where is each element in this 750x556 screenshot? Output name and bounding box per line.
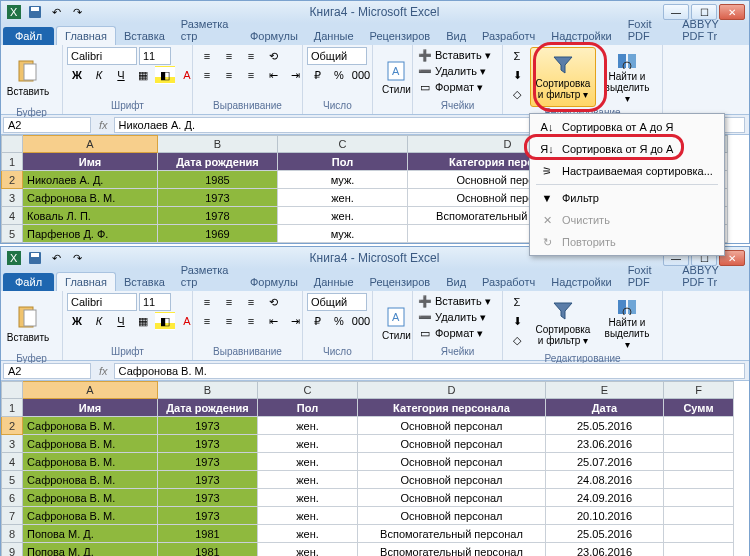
cell[interactable]: жен. — [258, 525, 358, 543]
save-icon[interactable] — [26, 249, 44, 267]
currency[interactable]: ₽ — [307, 66, 327, 84]
bold-button[interactable]: Ж — [67, 312, 87, 330]
cell[interactable] — [664, 489, 734, 507]
menu-custom-sort[interactable]: ⚞Настраиваемая сортировка... — [532, 160, 722, 182]
cell[interactable]: Попова М. Д. — [23, 525, 158, 543]
cell[interactable] — [664, 507, 734, 525]
tab-file[interactable]: Файл — [3, 273, 54, 291]
cell[interactable]: 1973 — [158, 417, 258, 435]
select-all[interactable] — [1, 381, 23, 399]
row-hdr[interactable]: 8 — [1, 525, 23, 543]
tab-home[interactable]: Главная — [56, 26, 116, 45]
tab-layout[interactable]: Разметка стр — [173, 261, 242, 291]
cell[interactable]: 23.06.2016 — [546, 435, 664, 453]
find-button[interactable]: Найти и выделить ▾ — [599, 293, 655, 353]
row-1[interactable]: 1 — [1, 153, 23, 171]
align-center[interactable]: ≡ — [219, 66, 239, 84]
cell[interactable]: жен. — [278, 207, 408, 225]
select-all[interactable] — [1, 135, 23, 153]
fx-icon[interactable]: fx — [93, 365, 114, 377]
cell[interactable] — [664, 543, 734, 556]
tab-abbyy[interactable]: ABBYY PDF Tr — [674, 15, 749, 45]
row-hdr[interactable]: 5 — [1, 471, 23, 489]
cell[interactable]: Основной персонал — [358, 489, 546, 507]
tab-formulas[interactable]: Формулы — [242, 273, 306, 291]
cell[interactable]: жен. — [258, 471, 358, 489]
cell[interactable]: жен. — [258, 417, 358, 435]
fill-color-button[interactable]: ◧ — [155, 66, 175, 84]
cell[interactable]: Основной персонал — [358, 507, 546, 525]
menu-filter[interactable]: ▼Фильтр — [532, 187, 722, 209]
cell[interactable]: 25.05.2016 — [546, 417, 664, 435]
cell[interactable]: 24.08.2016 — [546, 471, 664, 489]
align-left[interactable]: ≡ — [197, 66, 217, 84]
orientation[interactable]: ⟲ — [263, 47, 283, 65]
cell[interactable] — [664, 453, 734, 471]
font-size[interactable]: 11 — [139, 47, 171, 65]
bold-button[interactable]: Ж — [67, 66, 87, 84]
tab-abbyy[interactable]: ABBYY PDF Tr — [674, 261, 749, 291]
delete-cells[interactable]: ➖Удалить ▾ — [417, 63, 486, 79]
cell[interactable]: Николаев А. Д. — [23, 171, 158, 189]
cell[interactable] — [664, 435, 734, 453]
name-box[interactable]: A2 — [3, 117, 91, 133]
cell[interactable]: Вспомогательный персонал — [358, 543, 546, 556]
cell[interactable] — [664, 525, 734, 543]
tab-addins[interactable]: Надстройки — [543, 273, 619, 291]
row-hdr[interactable]: 6 — [1, 489, 23, 507]
cell[interactable]: жен. — [278, 189, 408, 207]
row-hdr[interactable]: 9 — [1, 543, 23, 556]
percent[interactable]: % — [329, 66, 349, 84]
cell[interactable]: 1969 — [158, 225, 278, 243]
cell[interactable]: 1985 — [158, 171, 278, 189]
paste-button[interactable]: Вставить — [5, 47, 51, 107]
redo-icon[interactable]: ↷ — [68, 3, 86, 21]
cell[interactable]: 20.10.2016 — [546, 507, 664, 525]
cell[interactable]: 1973 — [158, 453, 258, 471]
cell[interactable]: 1973 — [158, 435, 258, 453]
worksheet[interactable]: A B C D E F 1 Имя Дата рождения Пол Кате… — [1, 381, 749, 556]
fx-icon[interactable]: fx — [93, 119, 114, 131]
undo-icon[interactable]: ↶ — [47, 3, 65, 21]
align-top[interactable]: ≡ — [197, 47, 217, 65]
undo-icon[interactable]: ↶ — [47, 249, 65, 267]
cell[interactable]: Сафронова В. М. — [23, 435, 158, 453]
cell[interactable]: 1973 — [158, 189, 278, 207]
styles-button[interactable]: AСтили — [377, 293, 416, 353]
delete-cells[interactable]: ➖Удалить ▾ — [417, 309, 486, 325]
col-C[interactable]: C — [278, 135, 408, 153]
indent-inc[interactable]: ⇥ — [285, 66, 305, 84]
name-box[interactable]: A2 — [3, 363, 91, 379]
cell[interactable]: 1981 — [158, 543, 258, 556]
find-button[interactable]: Найти и выделить ▾ — [599, 47, 655, 107]
tab-view[interactable]: Вид — [438, 273, 474, 291]
cell[interactable]: 25.07.2016 — [546, 453, 664, 471]
paste-button[interactable]: Вставить — [5, 293, 51, 353]
align-right[interactable]: ≡ — [241, 66, 261, 84]
tab-developer[interactable]: Разработч — [474, 273, 543, 291]
font-name[interactable]: Calibri — [67, 47, 137, 65]
fill[interactable]: ⬇ — [507, 66, 527, 84]
align-mid[interactable]: ≡ — [219, 47, 239, 65]
row-hdr[interactable]: 2 — [1, 171, 23, 189]
row-hdr[interactable]: 3 — [1, 189, 23, 207]
cell[interactable]: 1973 — [158, 507, 258, 525]
tab-review[interactable]: Рецензиров — [362, 273, 439, 291]
tab-formulas[interactable]: Формулы — [242, 27, 306, 45]
cell[interactable]: 24.09.2016 — [546, 489, 664, 507]
cell[interactable]: муж. — [278, 225, 408, 243]
tab-view[interactable]: Вид — [438, 27, 474, 45]
cell[interactable]: жен. — [258, 543, 358, 556]
cell[interactable]: жен. — [258, 489, 358, 507]
tab-foxit[interactable]: Foxit PDF — [620, 15, 675, 45]
cell[interactable]: 1973 — [158, 471, 258, 489]
align-bot[interactable]: ≡ — [241, 47, 261, 65]
menu-sort-za[interactable]: Я↓Сортировка от Я до А — [532, 138, 722, 160]
menu-sort-az[interactable]: А↓Сортировка от А до Я — [532, 116, 722, 138]
cell[interactable]: Основной персонал — [358, 417, 546, 435]
insert-cells[interactable]: ➕Вставить ▾ — [417, 293, 491, 309]
cell[interactable]: 1981 — [158, 525, 258, 543]
cell[interactable]: Вспомогательный персонал — [358, 525, 546, 543]
tab-data[interactable]: Данные — [306, 27, 362, 45]
row-hdr[interactable]: 2 — [1, 417, 23, 435]
